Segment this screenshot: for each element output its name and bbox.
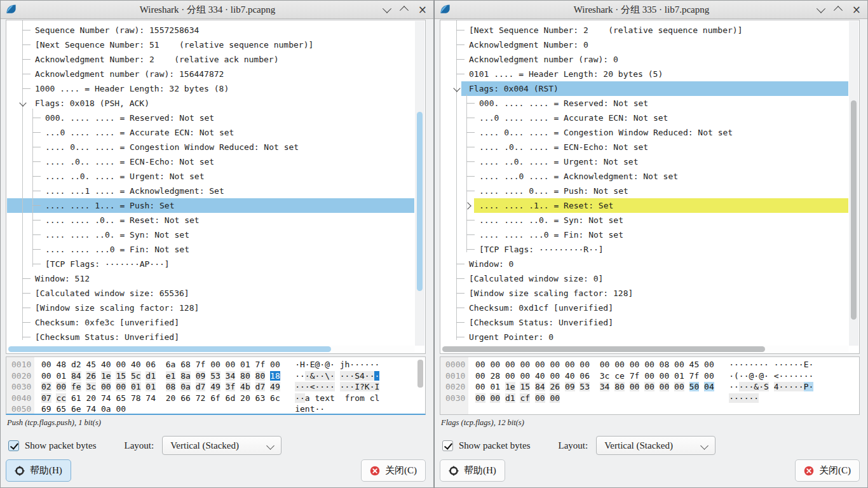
ascii-char[interactable]: @	[759, 371, 764, 381]
hex-byte[interactable]: 7f	[196, 360, 206, 369]
ascii-char[interactable]: ·	[330, 382, 335, 391]
ascii-char[interactable]: ·	[734, 360, 739, 369]
tree-row[interactable]: .... 0... .... = Congestion Window Reduc…	[441, 125, 848, 140]
hex-byte[interactable]: 0a	[101, 404, 111, 414]
ascii-char[interactable]: ·	[295, 360, 300, 369]
hex-byte[interactable]: 01	[56, 371, 66, 381]
ascii-char[interactable]: ·	[789, 382, 794, 391]
scrollbar-thumb[interactable]	[442, 346, 765, 352]
hex-byte[interactable]: 00	[704, 360, 714, 369]
tree-row[interactable]: 000. .... .... = Reserved: Not set	[7, 111, 414, 125]
hex-byte[interactable]: 6c	[270, 393, 280, 403]
tree-row[interactable]: [Calculated window size: 65536]	[7, 286, 414, 301]
scrollbar-thumb[interactable]	[417, 112, 423, 291]
ascii-char[interactable]: K	[365, 382, 370, 391]
tree-row[interactable]: Flags: 0x018 (PSH, ACK)	[7, 96, 414, 111]
ascii-char[interactable]: o	[355, 393, 360, 403]
show-packet-bytes-checkbox[interactable]	[442, 440, 453, 451]
titlebar[interactable]: Wireshark · 分组 335 · lib7.pcapng ×	[435, 1, 867, 19]
hex-byte[interactable]: 80	[240, 371, 250, 381]
ascii-char[interactable]: e	[300, 404, 305, 414]
ascii-char[interactable]: n	[305, 404, 310, 414]
hex-byte[interactable]: 80	[255, 371, 266, 381]
hex-row[interactable]: 0010 00 48 d2 45 40 00 40 06 6a 68 7f 00…	[11, 359, 379, 370]
ascii-char[interactable]: ·	[300, 393, 305, 403]
hex-byte[interactable]: cf	[520, 393, 530, 403]
ascii-char[interactable]: x	[325, 393, 330, 403]
hex-byte[interactable]: 45	[86, 360, 96, 369]
hex-byte[interactable]: 72	[196, 393, 206, 403]
tree-row[interactable]: .... .0.. .... = ECN-Echo: Not set	[7, 154, 414, 169]
ascii-char[interactable]: S	[355, 371, 360, 381]
hex-byte[interactable]: 07	[41, 393, 51, 403]
tree-row[interactable]: .... .... ..0. = Syn: Not set	[441, 213, 848, 227]
ascii-char[interactable]: ·	[365, 371, 370, 381]
ascii-char[interactable]: ·	[374, 371, 379, 381]
hex-byte[interactable]: 00	[116, 404, 126, 414]
hex-byte[interactable]: 28	[490, 371, 500, 381]
hex-byte[interactable]: 74	[86, 404, 96, 414]
close-window-icon[interactable]: ×	[852, 1, 861, 18]
hex-byte[interactable]: 00	[56, 382, 66, 391]
layout-select[interactable]: Vertical (Stacked)	[596, 436, 715, 455]
hex-byte[interactable]: 65	[56, 404, 66, 414]
hex-row[interactable]: 0040 07 cc 61 20 74 65 78 74 20 66 72 6f…	[11, 393, 379, 404]
hex-byte[interactable]: 00	[704, 371, 714, 381]
hex-byte[interactable]: 00	[505, 371, 515, 381]
hex-byte[interactable]: 61	[71, 393, 81, 403]
ascii-char[interactable]: ·	[374, 360, 379, 369]
ascii-char[interactable]: ·	[300, 371, 305, 381]
ascii-char[interactable]: ·	[794, 371, 799, 381]
hex-byte[interactable]: 00	[674, 360, 684, 369]
hex-byte[interactable]: 04	[704, 382, 714, 391]
ascii-char[interactable]: ·	[330, 360, 335, 369]
ascii-char[interactable]: ·	[794, 382, 799, 391]
ascii-char[interactable]: 4	[360, 371, 365, 381]
tree-row[interactable]: .... .... ...0 = Fin: Not set	[7, 242, 414, 257]
scrollbar-thumb[interactable]	[851, 100, 857, 320]
ascii-char[interactable]: ·	[349, 382, 355, 391]
ascii-char[interactable]: r	[349, 393, 355, 403]
ascii-char[interactable]: ·	[808, 371, 813, 381]
tree-row[interactable]: [Window size scaling factor: 128]	[441, 286, 848, 301]
hex-byte[interactable]: 08	[166, 382, 176, 391]
hex-byte[interactable]: 00	[600, 360, 610, 369]
tree-row[interactable]: .... .... ..0. = Syn: Not set	[7, 227, 414, 242]
packet-bytes-pane[interactable]: 0010 00 48 d2 45 40 00 40 06 6a 68 7f 00…	[6, 356, 426, 415]
ascii-char[interactable]: ·	[349, 360, 355, 369]
hex-byte[interactable]: 00	[490, 393, 500, 403]
ascii-char[interactable]: &	[310, 371, 315, 381]
tree-row[interactable]: .... .... ...0 = Fin: Not set	[441, 227, 848, 242]
scrollbar-thumb[interactable]	[8, 346, 331, 352]
hex-byte[interactable]: 84	[535, 382, 545, 391]
ascii-char[interactable]: a	[305, 393, 310, 403]
ascii-char[interactable]: ·	[320, 382, 325, 391]
ascii-char[interactable]: H	[300, 360, 305, 369]
tree-row[interactable]: .... ..0. .... = Urgent: Not set	[441, 154, 848, 169]
ascii-char[interactable]	[365, 393, 370, 403]
tree-row[interactable]: .... ..0. .... = Urgent: Not set	[7, 169, 414, 184]
hex-byte[interactable]: 00	[614, 360, 625, 369]
ascii-char[interactable]: ·	[355, 360, 360, 369]
ascii-char[interactable]: &	[754, 382, 759, 391]
tree-row[interactable]: Window: 512	[7, 271, 414, 286]
tree-row[interactable]: Acknowledgment Number: 0	[441, 37, 848, 52]
ascii-char[interactable]: ·	[330, 371, 335, 381]
hex-byte[interactable]: 00	[210, 360, 220, 369]
hex-byte[interactable]: 00	[630, 382, 640, 391]
ascii-char[interactable]: ·	[789, 371, 794, 381]
tree-horizontal-scrollbar[interactable]	[7, 346, 414, 353]
tree-row[interactable]: [Window size scaling factor: 128]	[7, 301, 414, 315]
hex-byte[interactable]: 26	[550, 382, 560, 391]
hex-byte[interactable]: 00	[41, 371, 51, 381]
hex-byte[interactable]: 01	[146, 382, 156, 391]
ascii-char[interactable]: ·	[764, 360, 769, 369]
hex-byte[interactable]: 6d	[226, 393, 236, 403]
maximize-window-icon[interactable]	[834, 6, 843, 15]
hex-byte[interactable]: 00	[660, 382, 670, 391]
hex-row[interactable]: 0020 00 01 84 26 1e 15 5c d1 e1 8a 09 53…	[11, 370, 379, 382]
hex-row[interactable]: 0010 00 28 00 00 40 00 40 06 3c ce 7f 00…	[445, 370, 813, 382]
titlebar[interactable]: Wireshark · 分组 334 · lib7.pcapng ×	[1, 1, 433, 19]
ascii-char[interactable]: ·	[320, 371, 325, 381]
chevron-down-icon[interactable]	[19, 99, 26, 106]
